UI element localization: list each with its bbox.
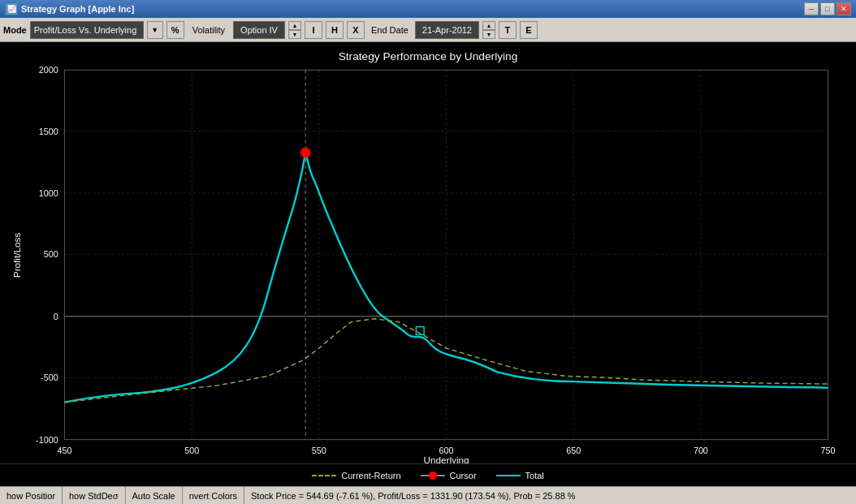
svg-text:-500: -500 [41,373,58,382]
option-iv-spin-up[interactable]: ▲ [288,21,301,30]
chart-legend: Current-Return Cursor Total [0,463,856,486]
svg-text:650: 650 [566,446,581,455]
mode-dropdown-arrow[interactable]: ▼ [147,21,163,39]
svg-text:2000: 2000 [39,65,58,75]
svg-text:550: 550 [312,446,326,455]
legend-total: Total [496,471,544,480]
x-button[interactable]: X [347,21,365,39]
e-button[interactable]: E [520,21,538,39]
show-stddev-button[interactable]: how StdDeσ [63,487,126,505]
y-axis-label: Profit/Loss [11,233,22,278]
end-date-value[interactable]: 21-Apr-2012 [415,21,479,39]
title-bar: 📈 Strategy Graph [Apple Inc] ─ □ ✕ [0,0,856,18]
app-icon: 📈 [5,2,18,15]
end-date-label: End Date [371,25,409,35]
chart-svg: Strategy Performance by Underlying [0,42,856,463]
date-spin-down[interactable]: ▼ [482,30,495,39]
h-button[interactable]: H [326,21,344,39]
option-iv-button[interactable]: Option IV [233,21,285,39]
chart-area: Strategy Performance by Underlying [0,42,856,463]
svg-text:700: 700 [694,446,708,455]
mode-dropdown[interactable]: Profit/Loss Vs. Underlying [30,21,144,39]
legend-total-line [496,475,521,476]
svg-text:-1000: -1000 [36,435,58,445]
svg-text:500: 500 [44,249,58,259]
svg-text:1000: 1000 [39,188,58,198]
x-axis-label: Underlying [423,454,469,463]
maximize-button[interactable]: □ [820,2,835,15]
t-button[interactable]: T [499,21,517,39]
svg-text:450: 450 [58,446,72,455]
window-title: Strategy Graph [Apple Inc] [21,4,801,14]
main-content: Mode Profit/Loss Vs. Underlying ▼ % Vola… [0,18,856,504]
invert-colors-button[interactable]: nvert Colors [183,487,244,505]
toolbar: Mode Profit/Loss Vs. Underlying ▼ % Vola… [0,18,856,42]
option-iv-spin-down[interactable]: ▼ [288,30,301,39]
legend-current-return: Current-Return [312,471,400,480]
svg-rect-0 [9,42,847,463]
minimize-button[interactable]: ─ [804,2,819,15]
legend-current-return-line [312,475,336,476]
svg-text:500: 500 [184,446,199,455]
close-button[interactable]: ✕ [837,2,851,15]
percent-button[interactable]: % [166,21,184,39]
legend-cursor-line [421,475,445,476]
date-spin-up[interactable]: ▲ [482,21,495,30]
legend-cursor: Cursor [421,471,477,480]
svg-text:750: 750 [821,446,836,455]
show-position-button[interactable]: how Positior [0,487,63,505]
svg-text:1500: 1500 [39,127,58,136]
mode-label: Mode [3,25,27,35]
status-text: Stock Price = 544.69 (-7.61 %), Profit/L… [244,491,856,501]
chart-title: Strategy Performance by Underlying [339,50,518,62]
cursor-dot [300,148,310,157]
volatility-label: Volatility [192,25,225,35]
auto-scale-button[interactable]: Auto Scale [126,487,183,505]
status-bar: how Positior how StdDeσ Auto Scale nvert… [0,486,856,504]
svg-text:0: 0 [54,312,58,321]
window-controls: ─ □ ✕ [804,2,851,15]
i-button[interactable]: I [305,21,322,39]
legend-cursor-dot [429,472,437,480]
